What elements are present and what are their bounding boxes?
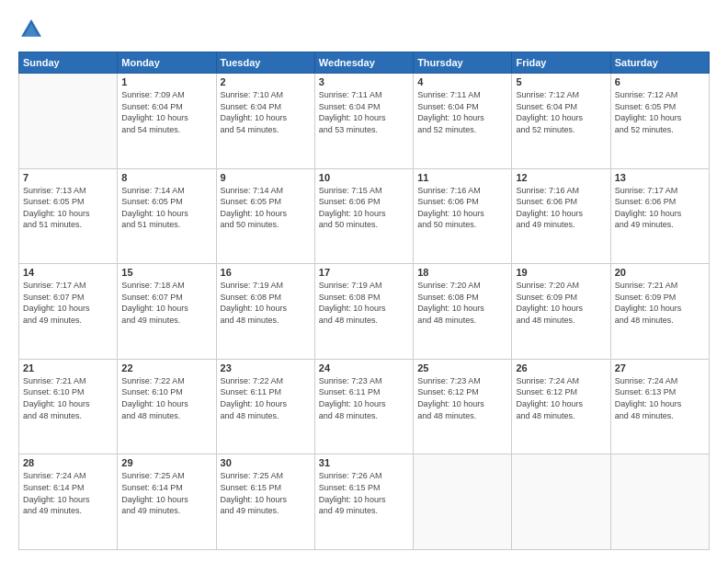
calendar-cell: 24Sunrise: 7:23 AM Sunset: 6:11 PM Dayli… <box>314 359 413 454</box>
day-number: 29 <box>121 457 211 468</box>
day-info: Sunrise: 7:20 AM Sunset: 6:09 PM Dayligh… <box>516 280 606 326</box>
day-number: 17 <box>319 267 409 278</box>
day-info: Sunrise: 7:21 AM Sunset: 6:10 PM Dayligh… <box>23 375 113 421</box>
day-number: 2 <box>221 76 311 87</box>
day-info: Sunrise: 7:17 AM Sunset: 6:06 PM Dayligh… <box>615 185 705 231</box>
day-number: 25 <box>417 362 507 373</box>
calendar-cell: 9Sunrise: 7:14 AM Sunset: 6:05 PM Daylig… <box>216 168 314 264</box>
calendar-cell: 10Sunrise: 7:15 AM Sunset: 6:06 PM Dayli… <box>314 168 413 264</box>
calendar-cell: 30Sunrise: 7:25 AM Sunset: 6:15 PM Dayli… <box>216 454 314 550</box>
day-info: Sunrise: 7:23 AM Sunset: 6:12 PM Dayligh… <box>417 375 507 421</box>
calendar-cell: 1Sunrise: 7:09 AM Sunset: 6:04 PM Daylig… <box>118 74 216 169</box>
day-number: 8 <box>121 172 211 183</box>
logo-icon <box>18 17 44 42</box>
calendar-header-monday: Monday <box>118 52 216 74</box>
header <box>18 17 710 42</box>
day-info: Sunrise: 7:12 AM Sunset: 6:04 PM Dayligh… <box>516 89 606 135</box>
logo <box>18 17 48 42</box>
calendar-cell <box>19 74 118 169</box>
calendar-cell <box>414 454 512 550</box>
day-info: Sunrise: 7:11 AM Sunset: 6:04 PM Dayligh… <box>319 89 409 135</box>
page: SundayMondayTuesdayWednesdayThursdayFrid… <box>0 0 728 563</box>
calendar-week-2: 14Sunrise: 7:17 AM Sunset: 6:07 PM Dayli… <box>19 264 710 360</box>
day-info: Sunrise: 7:12 AM Sunset: 6:05 PM Dayligh… <box>615 89 705 135</box>
calendar-week-0: 1Sunrise: 7:09 AM Sunset: 6:04 PM Daylig… <box>19 74 710 169</box>
day-info: Sunrise: 7:14 AM Sunset: 6:05 PM Dayligh… <box>221 185 311 231</box>
calendar-cell: 3Sunrise: 7:11 AM Sunset: 6:04 PM Daylig… <box>314 74 413 169</box>
day-number: 12 <box>516 172 606 183</box>
day-info: Sunrise: 7:20 AM Sunset: 6:08 PM Dayligh… <box>417 280 507 326</box>
calendar-header-tuesday: Tuesday <box>216 52 314 74</box>
calendar-cell: 18Sunrise: 7:20 AM Sunset: 6:08 PM Dayli… <box>414 264 512 360</box>
day-number: 14 <box>23 267 113 278</box>
day-info: Sunrise: 7:16 AM Sunset: 6:06 PM Dayligh… <box>516 185 606 231</box>
calendar-cell: 19Sunrise: 7:20 AM Sunset: 6:09 PM Dayli… <box>512 264 610 360</box>
calendar-header-friday: Friday <box>512 52 610 74</box>
calendar-week-3: 21Sunrise: 7:21 AM Sunset: 6:10 PM Dayli… <box>19 359 710 454</box>
calendar-cell: 8Sunrise: 7:14 AM Sunset: 6:05 PM Daylig… <box>118 168 216 264</box>
calendar-cell: 7Sunrise: 7:13 AM Sunset: 6:05 PM Daylig… <box>19 168 118 264</box>
day-info: Sunrise: 7:23 AM Sunset: 6:11 PM Dayligh… <box>319 375 409 421</box>
calendar-cell: 11Sunrise: 7:16 AM Sunset: 6:06 PM Dayli… <box>414 168 512 264</box>
day-number: 27 <box>615 362 705 373</box>
calendar-cell: 2Sunrise: 7:10 AM Sunset: 6:04 PM Daylig… <box>216 74 314 169</box>
calendar-cell: 14Sunrise: 7:17 AM Sunset: 6:07 PM Dayli… <box>19 264 118 360</box>
day-number: 21 <box>23 362 113 373</box>
day-number: 9 <box>221 172 311 183</box>
calendar-cell: 22Sunrise: 7:22 AM Sunset: 6:10 PM Dayli… <box>118 359 216 454</box>
day-number: 7 <box>23 172 113 183</box>
calendar-cell: 21Sunrise: 7:21 AM Sunset: 6:10 PM Dayli… <box>19 359 118 454</box>
day-number: 18 <box>417 267 507 278</box>
calendar-cell: 16Sunrise: 7:19 AM Sunset: 6:08 PM Dayli… <box>216 264 314 360</box>
calendar-cell: 31Sunrise: 7:26 AM Sunset: 6:15 PM Dayli… <box>314 454 413 550</box>
day-info: Sunrise: 7:18 AM Sunset: 6:07 PM Dayligh… <box>121 280 211 326</box>
day-info: Sunrise: 7:09 AM Sunset: 6:04 PM Dayligh… <box>121 89 211 135</box>
calendar-cell: 29Sunrise: 7:25 AM Sunset: 6:14 PM Dayli… <box>118 454 216 550</box>
day-info: Sunrise: 7:14 AM Sunset: 6:05 PM Dayligh… <box>121 185 211 231</box>
calendar-cell: 27Sunrise: 7:24 AM Sunset: 6:13 PM Dayli… <box>610 359 709 454</box>
calendar-cell: 26Sunrise: 7:24 AM Sunset: 6:12 PM Dayli… <box>512 359 610 454</box>
calendar-header-saturday: Saturday <box>610 52 709 74</box>
day-info: Sunrise: 7:11 AM Sunset: 6:04 PM Dayligh… <box>417 89 507 135</box>
calendar-cell: 28Sunrise: 7:24 AM Sunset: 6:14 PM Dayli… <box>19 454 118 550</box>
day-number: 16 <box>221 267 311 278</box>
day-info: Sunrise: 7:10 AM Sunset: 6:04 PM Dayligh… <box>221 89 311 135</box>
calendar-week-4: 28Sunrise: 7:24 AM Sunset: 6:14 PM Dayli… <box>19 454 710 550</box>
day-number: 5 <box>516 76 606 87</box>
day-info: Sunrise: 7:24 AM Sunset: 6:13 PM Dayligh… <box>615 375 705 421</box>
calendar-table: SundayMondayTuesdayWednesdayThursdayFrid… <box>18 52 710 550</box>
calendar-cell: 12Sunrise: 7:16 AM Sunset: 6:06 PM Dayli… <box>512 168 610 264</box>
day-number: 23 <box>221 362 311 373</box>
day-info: Sunrise: 7:26 AM Sunset: 6:15 PM Dayligh… <box>319 470 409 516</box>
day-number: 26 <box>516 362 606 373</box>
day-number: 22 <box>121 362 211 373</box>
calendar-cell: 13Sunrise: 7:17 AM Sunset: 6:06 PM Dayli… <box>610 168 709 264</box>
calendar-header-wednesday: Wednesday <box>314 52 413 74</box>
calendar-cell <box>610 454 709 550</box>
day-info: Sunrise: 7:24 AM Sunset: 6:14 PM Dayligh… <box>23 470 113 516</box>
day-info: Sunrise: 7:22 AM Sunset: 6:11 PM Dayligh… <box>221 375 311 421</box>
day-number: 1 <box>121 76 211 87</box>
day-number: 10 <box>319 172 409 183</box>
day-number: 20 <box>615 267 705 278</box>
day-number: 24 <box>319 362 409 373</box>
day-info: Sunrise: 7:17 AM Sunset: 6:07 PM Dayligh… <box>23 280 113 326</box>
day-info: Sunrise: 7:19 AM Sunset: 6:08 PM Dayligh… <box>221 280 311 326</box>
calendar-cell: 20Sunrise: 7:21 AM Sunset: 6:09 PM Dayli… <box>610 264 709 360</box>
calendar-cell: 17Sunrise: 7:19 AM Sunset: 6:08 PM Dayli… <box>314 264 413 360</box>
calendar-cell: 4Sunrise: 7:11 AM Sunset: 6:04 PM Daylig… <box>414 74 512 169</box>
calendar-header-thursday: Thursday <box>414 52 512 74</box>
day-info: Sunrise: 7:15 AM Sunset: 6:06 PM Dayligh… <box>319 185 409 231</box>
day-info: Sunrise: 7:22 AM Sunset: 6:10 PM Dayligh… <box>121 375 211 421</box>
calendar-cell: 5Sunrise: 7:12 AM Sunset: 6:04 PM Daylig… <box>512 74 610 169</box>
day-info: Sunrise: 7:25 AM Sunset: 6:15 PM Dayligh… <box>221 470 311 516</box>
calendar-header-row: SundayMondayTuesdayWednesdayThursdayFrid… <box>19 52 710 74</box>
day-number: 6 <box>615 76 705 87</box>
day-number: 19 <box>516 267 606 278</box>
day-number: 15 <box>121 267 211 278</box>
day-number: 11 <box>417 172 507 183</box>
calendar-cell: 6Sunrise: 7:12 AM Sunset: 6:05 PM Daylig… <box>610 74 709 169</box>
calendar-cell: 15Sunrise: 7:18 AM Sunset: 6:07 PM Dayli… <box>118 264 216 360</box>
day-info: Sunrise: 7:13 AM Sunset: 6:05 PM Dayligh… <box>23 185 113 231</box>
day-info: Sunrise: 7:24 AM Sunset: 6:12 PM Dayligh… <box>516 375 606 421</box>
